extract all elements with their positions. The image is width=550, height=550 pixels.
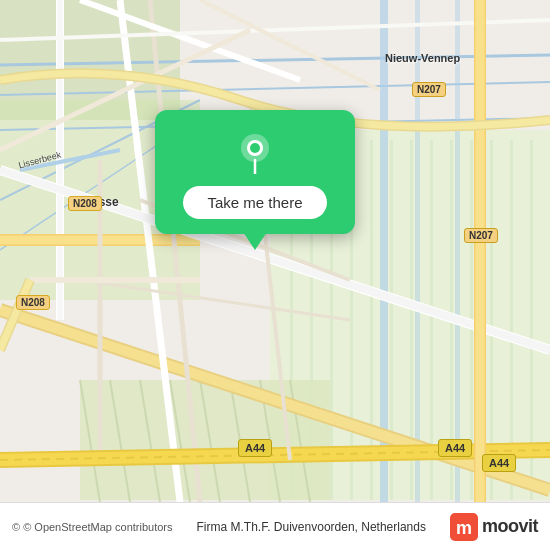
badge-a44-center: A44 — [238, 439, 272, 457]
svg-point-63 — [250, 143, 260, 153]
badge-n208-top: N208 — [68, 196, 102, 211]
copyright-icon: © — [12, 521, 20, 533]
svg-rect-32 — [415, 0, 420, 502]
svg-rect-33 — [455, 0, 460, 502]
moovit-m-icon: m — [450, 513, 478, 541]
location-title: Firma M.Th.F. Duivenvoorden, Netherlands — [181, 520, 442, 534]
osm-attribution: © © OpenStreetMap contributors — [12, 521, 173, 533]
location-pin-icon — [233, 130, 277, 174]
bottom-bar: © © OpenStreetMap contributors Firma M.T… — [0, 502, 550, 550]
map-svg — [0, 0, 550, 502]
badge-n208-bottom: N208 — [16, 295, 50, 310]
badge-a44-right: A44 — [438, 439, 472, 457]
city-label-nieuw-vennep: Nieuw-Vennep — [385, 52, 460, 64]
svg-text:m: m — [456, 518, 472, 538]
location-popup: Take me there — [155, 110, 355, 234]
badge-n207-right: N207 — [464, 228, 498, 243]
moovit-brand-text: moovit — [482, 516, 538, 537]
map-container: Lisse Nieuw-Vennep Lisserbeek N208 N208 … — [0, 0, 550, 550]
badge-a44-far-right: A44 — [482, 454, 516, 472]
moovit-logo: m moovit — [450, 513, 538, 541]
svg-rect-31 — [380, 0, 388, 502]
take-me-there-button[interactable]: Take me there — [183, 186, 326, 219]
badge-n207-top: N207 — [412, 82, 446, 97]
attribution-text: © OpenStreetMap contributors — [23, 521, 172, 533]
